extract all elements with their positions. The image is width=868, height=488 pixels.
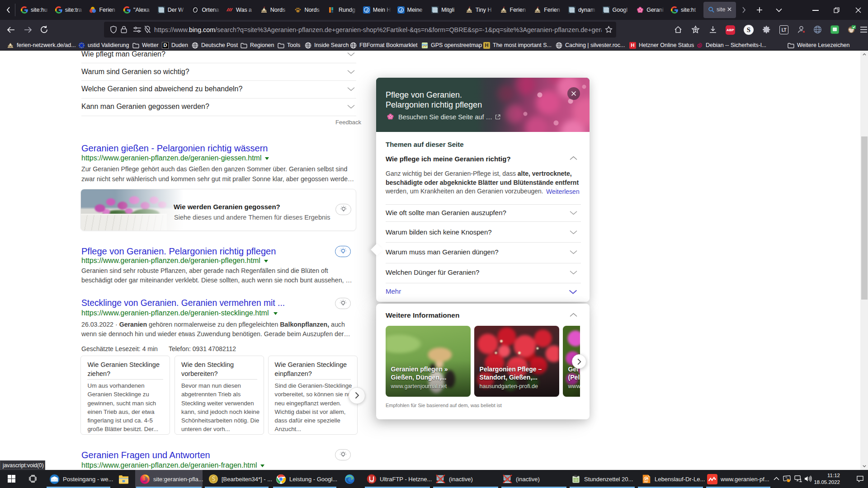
- svg-text:FTP: FTP: [369, 480, 374, 483]
- svg-text:PDF: PDF: [644, 481, 648, 483]
